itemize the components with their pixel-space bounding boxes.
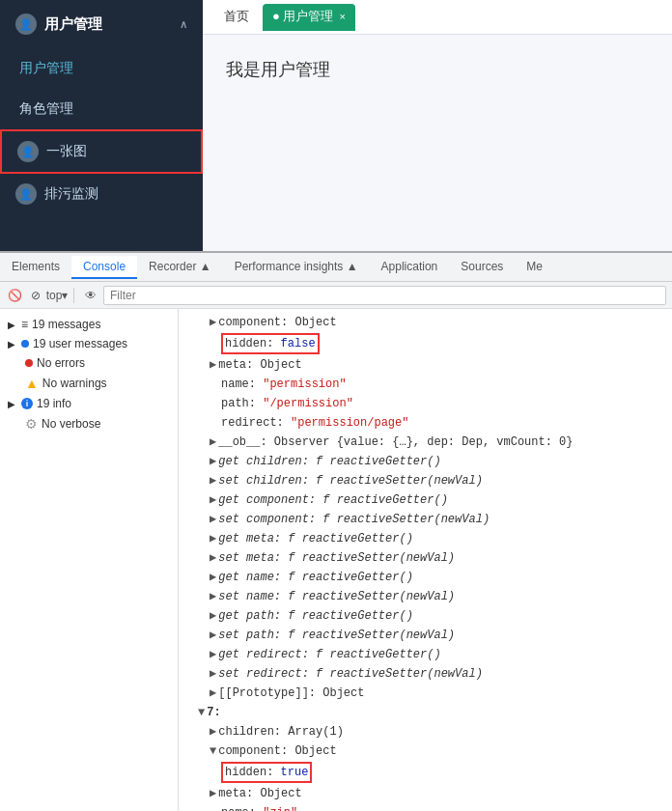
expand-icon[interactable]: ▶: [210, 629, 216, 642]
sidebar-item-role-management[interactable]: 角色管理: [0, 89, 203, 129]
console-line: ▶get component: f reactiveGetter(): [179, 490, 672, 510]
user-management-icon: 👤: [15, 14, 37, 35]
errors-dot-icon: [25, 359, 33, 367]
console-line: ▶get children: f reactiveGetter(): [179, 452, 672, 471]
console-line: ▶get name: f reactiveGetter(): [179, 568, 672, 587]
expand-icon[interactable]: ▶: [210, 590, 216, 603]
expand-icon[interactable]: ▶: [210, 493, 216, 507]
devtools-console-output: ▶component: Object hidden: false ▶meta: …: [179, 309, 672, 811]
user-messages-item[interactable]: ▶ 19 user messages: [0, 334, 178, 353]
tab-more[interactable]: Me: [515, 256, 554, 279]
devtools-left-panel: ▶ ≡ 19 messages ▶ 19 user messages No er…: [0, 309, 179, 811]
sidebar-item-pollution[interactable]: 👤 排污监测: [0, 174, 203, 214]
console-line: ▶children: Array(1): [179, 722, 672, 741]
expand-icon[interactable]: ▶: [210, 609, 216, 623]
expand-icon[interactable]: ▶: [210, 571, 216, 584]
expand-icon[interactable]: ▶: [210, 551, 216, 565]
expand-icon[interactable]: ▶: [210, 648, 216, 661]
console-line-hidden-false: hidden: false: [179, 332, 672, 355]
tab-user-management[interactable]: ● 用户管理 ×: [263, 4, 355, 31]
filter-toggle-icon[interactable]: ⊘: [27, 287, 44, 304]
sidebar-header: 👤 用户管理 ∧: [0, 0, 203, 48]
tab-home[interactable]: 首页: [210, 2, 263, 33]
console-line: ▶[[Prototype]]: Object: [179, 684, 672, 703]
expand-icon[interactable]: ▶: [210, 455, 216, 468]
eye-icon[interactable]: 👁: [82, 287, 99, 304]
context-selector[interactable]: top ▾: [48, 287, 66, 304]
tab-close-button[interactable]: ×: [339, 11, 345, 22]
pollution-icon: 👤: [15, 183, 37, 205]
console-line-hidden-true: hidden: true: [179, 761, 672, 784]
console-line: ▶set component: f reactiveSetter(newVal): [179, 510, 672, 529]
sidebar: 👤 用户管理 ∧ 用户管理 角色管理 👤 一张图 👤 排污监测: [0, 0, 203, 251]
collapse-arrow-icon[interactable]: ∧: [180, 18, 187, 31]
console-line: ▼component: Object: [179, 741, 672, 761]
messages-item[interactable]: ▶ ≡ 19 messages: [0, 315, 178, 334]
main-content: 首页 ● 用户管理 × 我是用户管理: [203, 0, 672, 251]
dropdown-arrow-icon[interactable]: ▾: [62, 289, 68, 302]
expand-icon[interactable]: ▶: [210, 358, 216, 372]
filter-input[interactable]: [103, 286, 666, 305]
console-line: ▶meta: Object: [179, 355, 672, 375]
sidebar-item-map[interactable]: 👤 一张图: [0, 129, 203, 174]
app-container: 👤 用户管理 ∧ 用户管理 角色管理 👤 一张图 👤 排污监测 首页 ● 用户管…: [0, 0, 672, 251]
tab-console[interactable]: Console: [71, 256, 137, 279]
console-line: ▶set redirect: f reactiveSetter(newVal): [179, 664, 672, 684]
tab-application[interactable]: Application: [370, 256, 450, 279]
tab-sources[interactable]: Sources: [449, 256, 515, 279]
expand-icon[interactable]: ▶: [210, 667, 216, 681]
console-line: ▶__ob__: Observer {value: {…}, dep: Dep,…: [179, 433, 672, 452]
console-line: ▶meta: Object: [179, 784, 672, 803]
expand-icon[interactable]: ▶: [210, 316, 216, 329]
errors-item[interactable]: No errors: [0, 353, 178, 373]
expand-icon[interactable]: ▶: [210, 513, 216, 526]
messages-expand-icon[interactable]: ▶: [8, 320, 15, 330]
expand-icon[interactable]: ▶: [210, 686, 216, 700]
map-icon: 👤: [17, 141, 39, 162]
collapse-icon[interactable]: ▼: [210, 744, 216, 758]
page-title: 我是用户管理: [226, 60, 330, 79]
expand-icon[interactable]: ▶: [210, 435, 216, 449]
expand-icon[interactable]: ▶: [210, 474, 216, 488]
expand-icon[interactable]: ▶: [210, 725, 216, 739]
verbose-item[interactable]: ⚙ No verbose: [0, 413, 178, 434]
devtools-panel: Elements Console Recorder ▲ Performance …: [0, 251, 672, 811]
info-item[interactable]: ▶ i 19 info: [0, 394, 178, 413]
console-line: name: "zip": [179, 803, 672, 811]
warnings-triangle-icon: ▲: [25, 376, 39, 391]
clear-console-icon[interactable]: 🚫: [6, 287, 23, 304]
devtools-tab-bar: Elements Console Recorder ▲ Performance …: [0, 253, 672, 282]
console-line: ▶set name: f reactiveSetter(newVal): [179, 587, 672, 606]
console-line: path: "/permission": [179, 394, 672, 413]
warnings-item[interactable]: ▲ No warnings: [0, 373, 178, 394]
console-line: ▶set meta: f reactiveSetter(newVal): [179, 548, 672, 568]
console-line: ▶component: Object: [179, 313, 672, 332]
console-line: name: "permission": [179, 375, 672, 394]
info-dot-icon: i: [21, 398, 33, 409]
toolbar-separator: [73, 288, 74, 303]
console-line: ▶get redirect: f reactiveGetter(): [179, 645, 672, 664]
tab-bar: 首页 ● 用户管理 ×: [203, 0, 672, 35]
console-line: redirect: "permission/page": [179, 413, 672, 433]
console-toolbar: 🚫 ⊘ top ▾ 👁: [0, 282, 672, 309]
console-section-7: ▼7:: [179, 703, 672, 722]
tab-performance-insights[interactable]: Performance insights ▲: [223, 256, 370, 279]
collapse-icon[interactable]: ▼: [198, 706, 205, 719]
console-line: ▶get meta: f reactiveGetter(): [179, 529, 672, 548]
expand-icon[interactable]: ▶: [210, 532, 216, 545]
console-line: ▶set path: f reactiveSetter(newVal): [179, 626, 672, 645]
devtools-body: ▶ ≡ 19 messages ▶ 19 user messages No er…: [0, 309, 672, 811]
console-line: ▶get path: f reactiveGetter(): [179, 606, 672, 626]
tab-recorder[interactable]: Recorder ▲: [137, 256, 223, 279]
expand-icon[interactable]: ▶: [210, 787, 216, 800]
sidebar-title: 用户管理: [44, 15, 102, 34]
verbose-icon: ⚙: [25, 416, 38, 432]
user-messages-expand-icon[interactable]: ▶: [8, 339, 15, 350]
sidebar-item-user-management[interactable]: 用户管理: [0, 48, 203, 89]
tab-elements[interactable]: Elements: [0, 256, 71, 279]
messages-list-icon: ≡: [21, 318, 28, 331]
user-messages-dot-icon: [21, 340, 29, 348]
page-content: 我是用户管理: [203, 35, 672, 104]
console-line: ▶set children: f reactiveSetter(newVal): [179, 471, 672, 490]
info-expand-icon[interactable]: ▶: [8, 399, 15, 409]
